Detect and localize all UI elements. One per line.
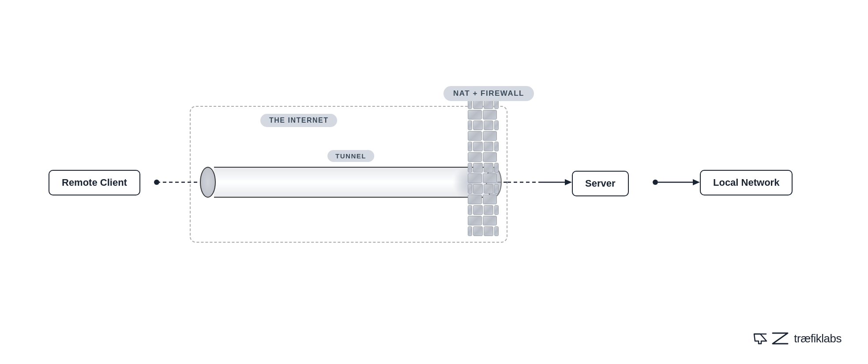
svg-marker-4 bbox=[565, 179, 572, 185]
svg-marker-7 bbox=[693, 179, 700, 185]
nat-firewall-label: NAT + FIREWALL bbox=[443, 86, 534, 101]
svg-point-8 bbox=[154, 180, 159, 185]
tunnel: TUNNEL bbox=[200, 167, 502, 198]
server-box: Server bbox=[572, 171, 629, 196]
tunnel-label: TUNNEL bbox=[327, 150, 374, 162]
svg-point-5 bbox=[653, 180, 658, 185]
tunnel-body bbox=[214, 167, 488, 198]
tunnel-left-end bbox=[200, 167, 216, 198]
local-network-box: Local Network bbox=[700, 170, 793, 195]
diagram-container: THE INTERNET NAT + FIREWALL bbox=[0, 0, 868, 364]
remote-client-box: Remote Client bbox=[49, 170, 140, 195]
nat-firewall-wall bbox=[468, 99, 499, 236]
internet-label: THE INTERNET bbox=[260, 114, 337, 127]
